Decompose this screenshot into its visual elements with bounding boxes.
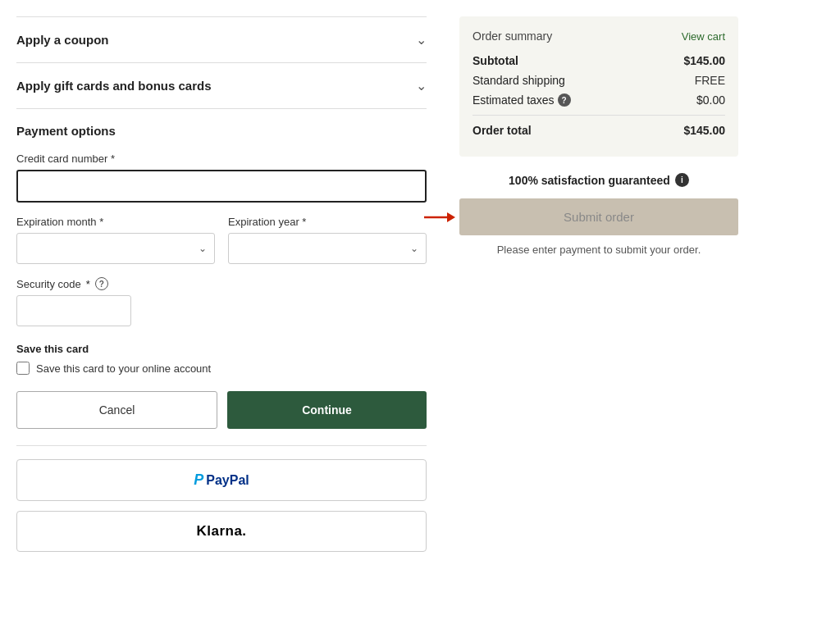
paypal-label: PayPal	[206, 473, 249, 488]
shipping-row: Standard shipping FREE	[472, 74, 725, 87]
order-total-value: $145.00	[683, 124, 725, 137]
order-total-label: Order total	[472, 124, 532, 137]
subtotal-row: Subtotal $145.00	[472, 54, 725, 67]
expiry-month-group: Expiration month * ⌄	[16, 216, 215, 264]
security-code-label: Security code	[16, 278, 81, 290]
expiry-year-group: Expiration year * ⌄	[228, 216, 427, 264]
coupon-accordion[interactable]: Apply a coupon ⌄	[16, 16, 427, 62]
right-column: Order summary View cart Subtotal $145.00…	[459, 16, 738, 552]
expiry-year-wrapper: ⌄	[228, 233, 427, 264]
taxes-help-icon[interactable]: ?	[558, 93, 571, 107]
continue-button[interactable]: Continue	[227, 391, 427, 429]
view-cart-link[interactable]: View cart	[682, 30, 725, 43]
order-divider	[472, 115, 725, 116]
payment-options-section: Payment options Credit card number * Exp…	[16, 108, 427, 552]
svg-marker-1	[447, 212, 455, 222]
credit-card-group: Credit card number *	[16, 153, 427, 203]
subtotal-label: Subtotal	[472, 54, 518, 67]
save-card-section: Save this card Save this card to your on…	[16, 343, 427, 375]
payment-options-title: Payment options	[16, 124, 427, 138]
expiry-month-select[interactable]	[16, 233, 215, 264]
credit-card-label: Credit card number *	[16, 153, 427, 165]
save-card-checkbox[interactable]	[16, 362, 30, 375]
order-total-row: Order total $145.00	[472, 124, 725, 137]
security-code-help-icon[interactable]: ?	[95, 277, 108, 290]
expiry-row: Expiration month * ⌄ Expiration year *	[16, 216, 427, 264]
security-code-input[interactable]	[16, 295, 131, 326]
expiry-month-wrapper: ⌄	[16, 233, 215, 264]
giftcards-title: Apply gift cards and bonus cards	[16, 79, 212, 93]
paypal-button[interactable]: P PayPal	[16, 459, 427, 501]
red-arrow	[422, 209, 455, 225]
security-code-group: Security code * ?	[16, 277, 427, 326]
shipping-value: FREE	[695, 74, 725, 87]
satisfaction-row: 100% satisfaction guaranteed i	[459, 173, 738, 187]
credit-card-input[interactable]	[16, 170, 427, 203]
submit-note: Please enter payment to submit your orde…	[459, 244, 738, 256]
order-summary-header: Order summary View cart	[472, 30, 725, 43]
save-card-checkbox-row: Save this card to your online account	[16, 362, 427, 375]
taxes-value: $0.00	[696, 93, 725, 107]
alt-payment-section: P PayPal Klarna.	[16, 445, 427, 552]
save-card-title: Save this card	[16, 343, 427, 355]
cancel-button[interactable]: Cancel	[16, 391, 217, 429]
taxes-label: Estimated taxes	[472, 93, 555, 107]
taxes-row: Estimated taxes ? $0.00	[472, 93, 725, 107]
giftcards-accordion[interactable]: Apply gift cards and bonus cards ⌄	[16, 62, 427, 108]
submit-order-button[interactable]: Submit order	[459, 198, 738, 235]
coupon-chevron-icon: ⌄	[416, 32, 427, 48]
shipping-label: Standard shipping	[472, 74, 565, 87]
expiry-year-label: Expiration year *	[228, 216, 427, 228]
subtotal-value: $145.00	[683, 54, 725, 67]
coupon-accordion-header[interactable]: Apply a coupon ⌄	[16, 32, 427, 48]
red-arrow-icon	[422, 209, 455, 225]
action-button-row: Cancel Continue	[16, 391, 427, 429]
order-summary-title: Order summary	[472, 30, 552, 43]
expiry-year-select[interactable]	[228, 233, 427, 264]
order-summary-card: Order summary View cart Subtotal $145.00…	[459, 16, 738, 157]
klarna-button[interactable]: Klarna.	[16, 511, 427, 552]
submit-order-wrapper: Submit order	[459, 198, 738, 235]
save-card-checkbox-label: Save this card to your online account	[36, 362, 211, 375]
satisfaction-text: 100% satisfaction guaranteed	[509, 174, 670, 187]
coupon-title: Apply a coupon	[16, 33, 109, 47]
klarna-label: Klarna.	[196, 523, 246, 540]
giftcards-accordion-header[interactable]: Apply gift cards and bonus cards ⌄	[16, 78, 427, 93]
paypal-p-icon: P	[194, 471, 203, 489]
expiry-month-label: Expiration month *	[16, 216, 215, 228]
giftcards-chevron-icon: ⌄	[416, 78, 427, 93]
satisfaction-info-icon[interactable]: i	[675, 173, 689, 187]
security-label-row: Security code * ?	[16, 277, 427, 290]
